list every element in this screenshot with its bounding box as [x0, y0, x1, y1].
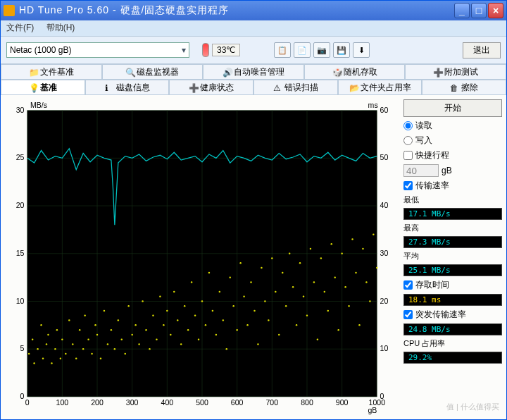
svg-point-76	[118, 319, 120, 321]
svg-point-48	[32, 338, 34, 340]
svg-point-110	[236, 329, 238, 331]
tab-extra-tests[interactable]: ➕附加测试	[405, 64, 506, 79]
content-area: 0510152025300102030405060010020030040050…	[1, 95, 506, 419]
health-icon: ➕	[189, 83, 197, 92]
svg-point-108	[229, 276, 231, 278]
svg-point-103	[212, 310, 214, 312]
tab-health[interactable]: ➕健康状态	[169, 80, 254, 94]
svg-point-89	[163, 324, 165, 326]
short-stroke-checkbox[interactable]	[403, 151, 413, 160]
svg-point-99	[198, 338, 200, 340]
svg-point-117	[261, 267, 263, 269]
tab-file-benchmark[interactable]: 📁文件基准	[1, 64, 102, 79]
svg-text:200: 200	[91, 400, 104, 407]
tab-folder-usage[interactable]: 📂文件夹占用率	[338, 80, 423, 94]
tab-disk-info[interactable]: ℹ磁盘信息	[85, 80, 170, 94]
svg-point-66	[84, 315, 86, 317]
svg-text:30: 30	[380, 249, 389, 257]
app-window: HD Tune Pro 5.60 - 硬盘/固态硬盘实用程序 _ □ × 文件(…	[0, 0, 507, 420]
titlebar: HD Tune Pro 5.60 - 硬盘/固态硬盘实用程序 _ □ ×	[1, 1, 506, 20]
max-label: 最高	[403, 223, 502, 233]
svg-point-141	[344, 286, 346, 288]
svg-text:10: 10	[16, 297, 25, 305]
options-button[interactable]: ⬇	[353, 42, 370, 58]
write-radio[interactable]	[403, 136, 413, 145]
transfer-rate-checkbox[interactable]	[403, 181, 413, 190]
menu-file[interactable]: 文件(F)	[6, 23, 34, 32]
drive-select[interactable]: Netac (1000 gB) ▾	[6, 42, 189, 58]
svg-text:20: 20	[16, 202, 25, 209]
svg-point-126	[292, 286, 294, 288]
access-time-label: 存取时间	[415, 279, 449, 291]
avg-value: 25.1 MB/s	[403, 264, 502, 276]
svg-point-63	[75, 358, 77, 360]
svg-point-60	[65, 353, 67, 355]
start-button[interactable]: 开始	[403, 99, 502, 117]
error-icon: ⚠	[273, 83, 282, 92]
save-button[interactable]: 💾	[333, 42, 350, 58]
svg-point-52	[42, 358, 44, 360]
svg-text:500: 500	[196, 400, 208, 407]
svg-point-72	[104, 310, 106, 312]
burst-rate-checkbox[interactable]	[403, 310, 413, 319]
svg-point-119	[268, 319, 270, 321]
svg-point-127	[296, 324, 298, 326]
svg-point-90	[166, 310, 168, 312]
file-icon: 📁	[29, 68, 37, 76]
svg-point-124	[285, 305, 287, 307]
svg-point-85	[149, 348, 151, 350]
svg-point-70	[96, 334, 99, 336]
svg-point-135	[324, 291, 326, 293]
svg-point-146	[362, 248, 364, 250]
svg-point-82	[138, 343, 140, 345]
tab-auto-noise[interactable]: 🔊自动噪音管理	[203, 64, 304, 79]
read-radio[interactable]	[403, 121, 413, 130]
svg-point-104	[215, 334, 218, 336]
svg-point-102	[208, 272, 211, 274]
tab-error-scan[interactable]: ⚠错误扫描	[254, 80, 338, 94]
svg-point-133	[317, 338, 319, 340]
tab-row-2: 💡基准 ℹ磁盘信息 ➕健康状态 ⚠错误扫描 📂文件夹占用率 🗑擦除	[1, 80, 506, 95]
menu-help[interactable]: 帮助(H)	[46, 23, 75, 32]
burst-rate-label: 突发传输速率	[415, 309, 466, 321]
short-stroke-unit: gB	[442, 166, 452, 175]
side-panel: 开始 读取 写入 快捷行程 gB 传输速率 最低 17.1 MB/s 最高 27…	[403, 99, 502, 415]
short-stroke-input	[403, 164, 439, 177]
svg-point-79	[127, 305, 130, 307]
avg-label: 平均	[403, 251, 502, 261]
svg-text:600: 600	[231, 400, 244, 407]
bulb-icon: 💡	[29, 83, 37, 92]
svg-point-54	[47, 334, 49, 336]
svg-text:0: 0	[20, 393, 25, 400]
svg-point-81	[134, 324, 137, 326]
svg-text:700: 700	[266, 400, 279, 407]
svg-point-134	[320, 257, 323, 259]
tab-benchmark[interactable]: 💡基准	[1, 80, 85, 94]
tab-disk-monitor[interactable]: 🔍磁盘监视器	[102, 64, 204, 79]
copy-screenshot-button[interactable]: 📄	[294, 42, 311, 58]
plus-icon: ➕	[433, 68, 442, 76]
svg-text:gB: gB	[368, 407, 377, 414]
svg-point-86	[152, 315, 154, 317]
drive-select-value: Netac (1000 gB)	[10, 45, 71, 55]
copy-info-button[interactable]: 📋	[274, 42, 291, 58]
svg-point-53	[46, 343, 48, 345]
window-title: HD Tune Pro 5.60 - 硬盘/固态硬盘实用程序	[19, 4, 454, 17]
screenshot-button[interactable]: 📷	[313, 42, 330, 58]
svg-point-123	[282, 272, 284, 274]
svg-text:40: 40	[380, 202, 389, 209]
svg-point-136	[327, 310, 330, 312]
svg-point-147	[365, 281, 368, 283]
minimize-button[interactable]: _	[454, 3, 470, 18]
max-value: 27.3 MB/s	[403, 236, 502, 248]
svg-point-55	[51, 362, 53, 364]
tab-erase[interactable]: 🗑擦除	[422, 80, 506, 94]
svg-text:20: 20	[380, 297, 389, 305]
svg-point-113	[246, 324, 249, 326]
tab-random-access[interactable]: 🎲随机存取	[304, 64, 406, 79]
access-time-checkbox[interactable]	[403, 280, 413, 290]
close-button[interactable]: ×	[488, 3, 503, 18]
maximize-button[interactable]: □	[471, 3, 487, 18]
exit-button[interactable]: 退出	[463, 42, 501, 58]
svg-text:100: 100	[56, 400, 69, 407]
